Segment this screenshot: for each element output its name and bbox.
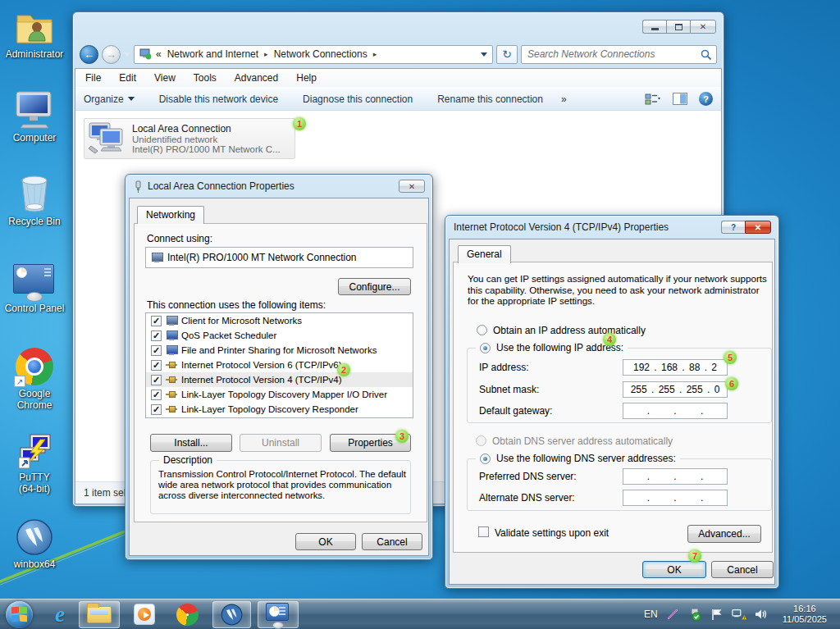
help-button[interactable]: ? <box>721 221 745 234</box>
action-center-flag-icon[interactable] <box>710 607 724 622</box>
list-item[interactable]: ✓Link-Layer Topology Discovery Mapper I/… <box>146 387 413 402</box>
validate-checkbox-label[interactable]: Validate settings upon exit <box>495 527 609 539</box>
cancel-button[interactable]: Cancel <box>362 533 422 550</box>
checkbox-checked[interactable]: ✓ <box>151 390 162 400</box>
minimize-button[interactable] <box>642 20 666 34</box>
taskbar-control-panel[interactable] <box>258 601 299 628</box>
taskbar-media-player[interactable] <box>126 601 162 628</box>
checkbox-checked[interactable]: ✓ <box>151 316 162 326</box>
checkbox-checked[interactable]: ✓ <box>151 375 162 385</box>
desktop-icon-winbox64[interactable]: winbox64 <box>2 515 67 570</box>
organize-button[interactable]: Organize <box>84 93 135 105</box>
cancel-button[interactable]: Cancel <box>711 561 774 578</box>
checkbox-checked[interactable]: ✓ <box>151 360 162 371</box>
radio-use-dns[interactable] <box>480 454 491 464</box>
address-bar[interactable]: « Network and Internet ▸ Network Connect… <box>134 45 493 64</box>
taskbar-winbox[interactable] <box>212 601 251 628</box>
install-button[interactable]: Install... <box>150 434 232 452</box>
breadcrumb-network-connections[interactable]: Network Connections <box>272 48 369 60</box>
local-area-connection-item[interactable]: Local Area Connection Unidentified netwo… <box>84 118 295 159</box>
advanced-button[interactable]: Advanced... <box>687 525 761 543</box>
checkbox-checked[interactable]: ✓ <box>151 345 162 356</box>
configure-button[interactable]: Configure... <box>338 278 411 295</box>
taskbar-internet-explorer[interactable]: e <box>48 601 72 628</box>
diagnose-connection-button[interactable]: Diagnose this connection <box>303 93 413 105</box>
radio-use-dns-label[interactable]: Use the following DNS server addresses: <box>496 453 676 464</box>
menu-tools[interactable]: Tools <box>194 72 217 84</box>
ok-button[interactable]: OK <box>295 533 356 550</box>
view-options-icon[interactable] <box>645 93 661 106</box>
radio-obtain-ip[interactable] <box>477 325 487 335</box>
dialog-titlebar[interactable]: Internet Protocol Version 4 (TCP/IPv4) P… <box>445 216 778 239</box>
desktop-icon-putty[interactable]: PuTTY (64-bit) <box>2 428 67 495</box>
subnet-mask-field[interactable]: 255 . 255 . 255 . 0 <box>623 381 728 398</box>
tab-networking[interactable]: Networking <box>137 206 204 224</box>
taskbar-chrome[interactable] <box>169 601 206 628</box>
connection-device: Intel(R) PRO/1000 MT Network C... <box>132 144 281 154</box>
desktop-icon-label: Control Panel <box>2 303 67 314</box>
breadcrumb-arrow-icon[interactable]: ▸ <box>373 50 377 58</box>
protocol-icon <box>166 390 177 399</box>
rename-connection-button[interactable]: Rename this connection <box>437 93 543 105</box>
search-input[interactable] <box>522 46 716 63</box>
radio-use-ip[interactable] <box>480 343 491 353</box>
breadcrumb-arrow-icon[interactable]: ▸ <box>264 50 268 58</box>
start-button[interactable] <box>6 601 33 628</box>
list-item[interactable]: ✓File and Printer Sharing for Microsoft … <box>146 343 413 358</box>
forward-button[interactable]: → <box>102 45 121 64</box>
list-item-selected-ipv4[interactable]: ✓Internet Protocol Version 4 (TCP/IPv4) <box>146 372 413 387</box>
list-item[interactable]: ✓Client for Microsoft Networks <box>146 313 413 328</box>
close-button[interactable]: ✕ <box>690 20 716 34</box>
desktop-icon-google-chrome[interactable]: ↗ Google Chrome <box>2 344 67 411</box>
checkbox-checked[interactable]: ✓ <box>151 330 162 341</box>
recent-pages-dropdown-icon[interactable] <box>124 52 130 57</box>
language-indicator[interactable]: EN <box>644 608 658 620</box>
menu-advanced[interactable]: Advanced <box>235 72 278 84</box>
dialog-titlebar[interactable]: Local Area Connection Properties ✕ <box>126 175 432 198</box>
back-button[interactable]: ← <box>80 45 98 64</box>
taskbar-clock[interactable]: 16:16 11/05/2025 <box>776 604 833 625</box>
search-box[interactable] <box>521 45 717 64</box>
tablet-pen-icon[interactable] <box>665 607 680 622</box>
maximize-button[interactable] <box>666 20 690 34</box>
desktop-icon-computer[interactable]: Computer <box>2 89 67 144</box>
refresh-icon: ↻ <box>502 48 512 61</box>
desktop-icon-recycle-bin[interactable]: Recycle Bin <box>2 172 67 227</box>
breadcrumb-prefix: « <box>156 48 162 60</box>
refresh-button[interactable]: ↻ <box>496 45 518 64</box>
connection-items-list[interactable]: ✓Client for Microsoft Networks ✓QoS Pack… <box>145 312 413 418</box>
list-item[interactable]: ✓Internet Protocol Version 6 (TCP/IPv6) <box>146 358 413 372</box>
desktop-icon-control-panel[interactable]: Control Panel <box>2 259 67 314</box>
list-item[interactable]: ✓Link-Layer Topology Discovery Responder <box>146 402 413 417</box>
intro-line: You can get IP settings assigned automat… <box>468 273 768 285</box>
address-dropdown-icon[interactable] <box>481 52 487 57</box>
preview-pane-icon[interactable] <box>673 93 687 105</box>
default-gateway-field[interactable]: . . . <box>623 403 728 419</box>
adapter-field[interactable]: Intel(R) PRO/1000 MT Network Connection <box>145 247 413 268</box>
close-button[interactable]: ✕ <box>745 221 771 234</box>
radio-obtain-ip-label[interactable]: Obtain an IP address automatically <box>493 325 646 336</box>
desktop-icon-administrator[interactable]: Administrator <box>2 5 67 60</box>
disable-network-device-button[interactable]: Disable this network device <box>159 93 278 105</box>
menu-file[interactable]: File <box>85 72 101 84</box>
toolbar-overflow-chevron[interactable]: » <box>561 93 567 105</box>
menu-view[interactable]: View <box>154 72 176 84</box>
help-button[interactable]: ? <box>699 92 713 106</box>
validate-checkbox[interactable] <box>478 526 489 537</box>
menu-help[interactable]: Help <box>296 72 317 84</box>
checkbox-checked[interactable]: ✓ <box>151 404 162 415</box>
preferred-dns-field[interactable]: . . . <box>623 468 728 485</box>
close-button[interactable]: ✕ <box>399 180 425 193</box>
menu-edit[interactable]: Edit <box>119 72 136 84</box>
ok-button[interactable]: OK <box>642 561 706 578</box>
tab-general[interactable]: General <box>458 245 511 263</box>
network-status-warning-icon[interactable] <box>732 607 746 622</box>
list-item[interactable]: ✓QoS Packet Scheduler <box>146 328 413 343</box>
volume-icon[interactable] <box>754 607 769 622</box>
breadcrumb-network-and-internet[interactable]: Network and Internet <box>166 48 260 60</box>
taskbar-windows-explorer[interactable] <box>79 601 120 628</box>
ip-address-field[interactable]: 192 . 168 . 88 . 2 <box>623 359 728 376</box>
safely-remove-hardware-icon[interactable] <box>687 607 702 622</box>
window-titlebar[interactable]: ✕ <box>73 12 724 40</box>
alternate-dns-field[interactable]: . . . <box>623 490 728 506</box>
